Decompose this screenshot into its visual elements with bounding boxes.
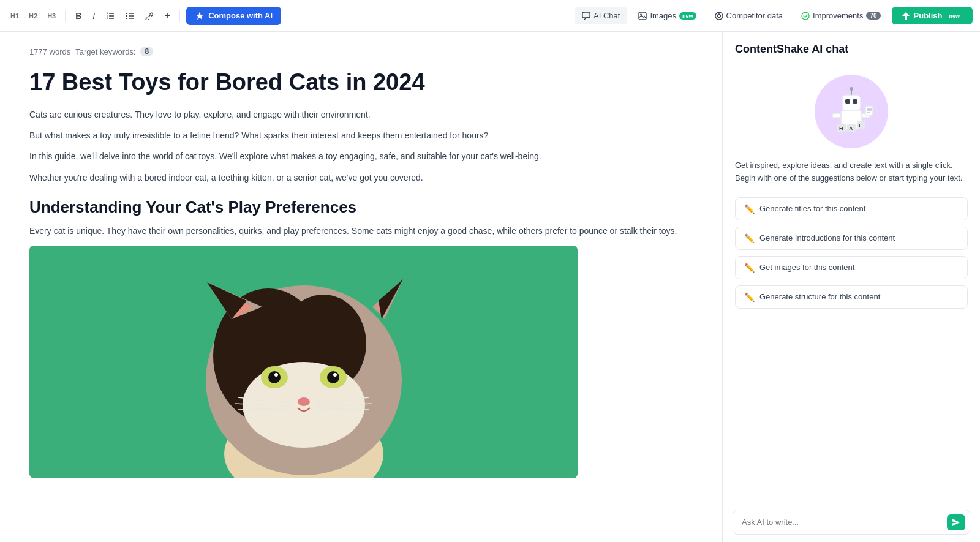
pencil-icon-1: ✏️ [744,204,755,214]
images-chip-label: Get images for this content [760,263,854,272]
sidebar-header: ContentShake AI chat [723,32,980,62]
svg-point-18 [802,12,809,20]
svg-rect-13 [639,12,646,20]
svg-text:H: H [839,126,843,132]
bold-button[interactable]: B [72,9,85,23]
h1-button[interactable]: H1 [7,10,22,21]
main-layout: 1777 words Target keywords: 8 17 Best To… [0,32,980,542]
h2-button[interactable]: H2 [26,10,40,21]
sidebar-title: ContentShake AI chat [735,43,848,55]
word-count: 1777 words [29,47,70,56]
svg-point-8 [126,17,127,18]
divider-1 [65,10,66,22]
sidebar-body: H A I Get inspired, explore ideas, and c… [723,62,980,502]
svg-text:I: I [859,122,861,129]
improvements-button[interactable]: Improvements 70 [794,7,888,24]
compose-with-ai-button[interactable]: Compose with AI [186,7,281,25]
svg-point-7 [126,15,127,16]
sidebar-intro: Get inspired, explore ideas, and create … [735,159,968,185]
svg-point-6 [126,12,127,13]
ai-sidebar: ContentShake AI chat H [723,32,980,542]
svg-point-49 [850,87,853,91]
get-images-chip[interactable]: ✏️ Get images for this content [735,256,968,279]
cat-image [29,246,578,478]
divider-2 [179,10,180,22]
improvements-label: Improvements [813,11,863,20]
target-keywords-label: Target keywords: [75,47,135,56]
images-button[interactable]: Images new [631,7,703,24]
svg-point-29 [274,373,278,377]
svg-point-16 [717,14,720,17]
ask-ai-input[interactable] [733,510,970,535]
ai-chat-button[interactable]: AI Chat [575,7,627,24]
ai-chat-label: AI Chat [594,11,620,20]
paragraph-3[interactable]: In this guide, we'll delve into the worl… [29,149,693,163]
svg-point-31 [298,397,310,406]
svg-rect-46 [845,99,850,104]
svg-point-27 [268,371,281,383]
svg-rect-45 [842,95,861,111]
svg-point-28 [327,371,339,383]
svg-rect-56 [832,113,841,118]
send-button[interactable] [947,514,965,530]
meta-bar: 1777 words Target keywords: 8 [29,47,693,56]
paragraph-4[interactable]: Whether you're dealing with a bored indo… [29,171,693,184]
ordered-list-button[interactable]: 123 [102,9,118,23]
improvements-count-badge: 70 [866,12,880,20]
svg-point-30 [333,373,337,377]
generate-titles-chip[interactable]: ✏️ Generate titles for this content [735,197,968,220]
link-button[interactable] [141,9,157,23]
sidebar-footer [723,502,980,542]
paragraph-2[interactable]: But what makes a toy truly irresistible … [29,129,693,142]
publish-button[interactable]: Publish new [892,7,973,24]
italic-button[interactable]: I [89,9,99,23]
svg-rect-12 [582,12,590,18]
pencil-icon-2: ✏️ [744,233,755,243]
ask-input-wrapper [733,510,970,535]
toolbar: H1 H2 H3 B I 123 T Compose with AI AI Ch… [0,0,980,32]
svg-text:3: 3 [107,17,108,20]
strikethrough-button[interactable]: T [161,9,173,23]
editor-pane: 1777 words Target keywords: 8 17 Best To… [0,32,723,542]
generate-introductions-chip[interactable]: ✏️ Generate Introductions for this conte… [735,227,968,250]
competitor-data-button[interactable]: Competitor data [707,7,791,24]
pencil-icon-3: ✏️ [744,263,755,273]
publish-new-badge: new [946,12,963,20]
paragraph-1[interactable]: Cats are curious creatures. They love to… [29,108,693,121]
svg-text:A: A [849,126,853,132]
publish-label: Publish [914,11,943,20]
h3-button[interactable]: H3 [44,10,59,21]
introductions-chip-label: Generate Introductions for this content [760,233,895,243]
competitor-label: Competitor data [726,11,783,20]
section-para[interactable]: Every cat is unique. They have their own… [29,224,693,238]
unordered-list-button[interactable] [122,9,138,23]
svg-rect-47 [853,99,858,104]
pencil-icon-4: ✏️ [744,292,755,302]
section-heading[interactable]: Understanding Your Cat's Play Preference… [29,198,693,217]
robot-avatar: H A I [815,75,888,148]
structure-chip-label: Generate structure for this content [760,292,880,301]
article-title[interactable]: 17 Best Toys for Bored Cats in 2024 [29,69,693,97]
titles-chip-label: Generate titles for this content [760,204,865,213]
svg-point-14 [641,13,642,15]
keywords-count-badge: 8 [140,47,153,56]
generate-structure-chip[interactable]: ✏️ Generate structure for this content [735,285,968,309]
compose-label: Compose with AI [208,11,273,20]
images-new-badge: new [679,12,696,20]
images-label: Images [650,11,676,20]
